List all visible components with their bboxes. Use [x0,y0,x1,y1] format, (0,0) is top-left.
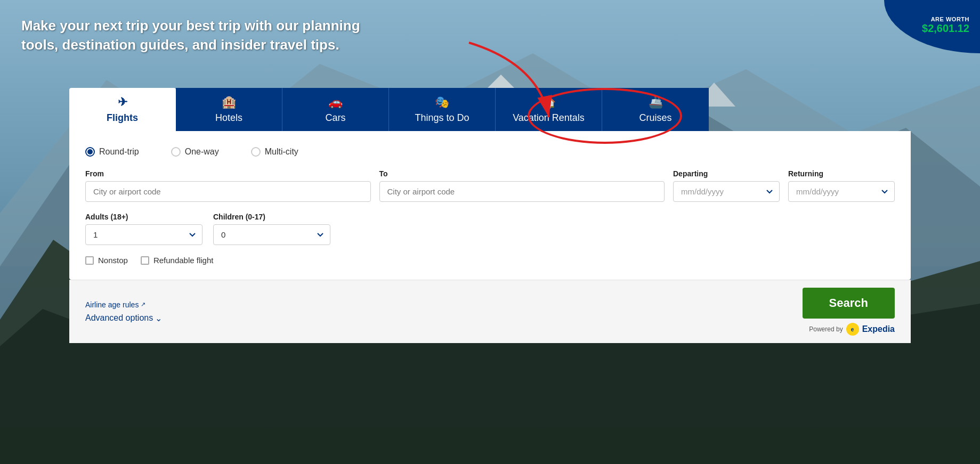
tab-cars[interactable]: 🚗 Cars [282,88,389,131]
cars-icon: 🚗 [328,95,343,109]
badge-label: ARE WORTH [931,16,969,22]
expedia-text-logo: Expedia [862,324,895,334]
advanced-options-label: Advanced options [85,313,153,323]
trip-type-row: Round-trip One-way Multi-city [85,147,895,157]
returning-select[interactable]: mm/dd/yyyy [788,181,895,202]
search-form: Round-trip One-way Multi-city From To [69,131,911,280]
expedia-badge: Powered by e Expedia [809,323,895,336]
refundable-checkbox[interactable] [141,256,149,265]
multi-city-radio[interactable] [251,147,261,157]
children-select[interactable]: 0 1 2 3 [213,224,330,245]
things-icon: 🎭 [435,95,449,109]
nonstop-checkbox[interactable] [85,256,94,265]
fields-row: From To Departing mm/dd/yyyy Returning m… [85,169,895,202]
round-trip-option[interactable]: Round-trip [85,147,139,157]
vacation-icon: 🏠 [541,95,556,109]
to-label: To [379,169,665,178]
departing-select[interactable]: mm/dd/yyyy [673,181,780,202]
tab-bar: ✈ Flights 🏨 Hotels 🚗 Cars 🎭 Things to Do… [69,88,911,131]
badge-amount: $2,601.12 [922,22,969,35]
departing-label: Departing [673,169,780,178]
to-field-group: To [379,169,665,202]
bottom-left-section: Airline age rules ↗ Advanced options ⌄ [85,300,162,323]
tab-things-label: Things to Do [415,112,469,124]
departing-field-group: Departing mm/dd/yyyy [673,169,780,202]
passengers-row: Adults (18+) 1 2 3 4 5 Children (0-17) 0… [85,213,895,245]
tab-hotels-label: Hotels [215,112,242,124]
tab-flights[interactable]: ✈ Flights [69,88,176,131]
adults-select[interactable]: 1 2 3 4 5 [85,224,203,245]
powered-by-label: Powered by [809,325,843,333]
checkbox-row: Nonstop Refundable flight [85,256,895,265]
refundable-option[interactable]: Refundable flight [141,256,214,265]
tab-cars-label: Cars [325,112,345,124]
multi-city-label: Multi-city [265,147,298,157]
tab-things-to-do[interactable]: 🎭 Things to Do [389,88,496,131]
bottom-right-section: Search Powered by e Expedia [803,288,895,336]
tab-vacation-label: Vacation Rentals [513,112,585,124]
tab-cruises[interactable]: 🚢 Cruises [602,88,709,131]
round-trip-radio[interactable] [85,147,95,157]
cruises-icon: 🚢 [649,95,663,109]
flights-icon: ✈ [118,95,127,109]
to-input[interactable] [379,181,665,202]
airline-rules-link[interactable]: Airline age rules ↗ [85,300,162,309]
round-trip-label: Round-trip [99,147,139,157]
external-link-icon: ↗ [141,301,145,308]
expedia-dot-logo: e [846,323,859,336]
from-label: From [85,169,371,178]
nonstop-label: Nonstop [98,256,128,265]
search-button[interactable]: Search [803,288,895,319]
tab-cruises-label: Cruises [639,112,671,124]
children-label: Children (0-17) [213,213,330,221]
nonstop-option[interactable]: Nonstop [85,256,128,265]
chevron-down-icon: ⌄ [155,313,162,323]
one-way-label: One-way [185,147,219,157]
multi-city-option[interactable]: Multi-city [251,147,298,157]
refundable-label: Refundable flight [153,256,214,265]
adults-label: Adults (18+) [85,213,203,221]
returning-field-group: Returning mm/dd/yyyy [788,169,895,202]
tab-hotels[interactable]: 🏨 Hotels [176,88,282,131]
adults-field-group: Adults (18+) 1 2 3 4 5 [85,213,203,245]
from-field-group: From [85,169,371,202]
search-widget: ✈ Flights 🏨 Hotels 🚗 Cars 🎭 Things to Do… [69,88,911,343]
tab-vacation-rentals[interactable]: 🏠 Vacation Rentals [496,88,602,131]
hotels-icon: 🏨 [222,95,236,109]
one-way-option[interactable]: One-way [171,147,219,157]
from-input[interactable] [85,181,371,202]
returning-label: Returning [788,169,895,178]
hero-text: Make your next trip your best trip with … [21,16,394,55]
advanced-options-link[interactable]: Advanced options ⌄ [85,313,162,323]
one-way-radio[interactable] [171,147,181,157]
airline-rules-label: Airline age rules [85,300,139,309]
tab-flights-label: Flights [107,112,138,124]
bottom-bar: Airline age rules ↗ Advanced options ⌄ S… [69,280,911,343]
children-field-group: Children (0-17) 0 1 2 3 [213,213,330,245]
hero-section: Make your next trip your best trip with … [21,16,394,55]
